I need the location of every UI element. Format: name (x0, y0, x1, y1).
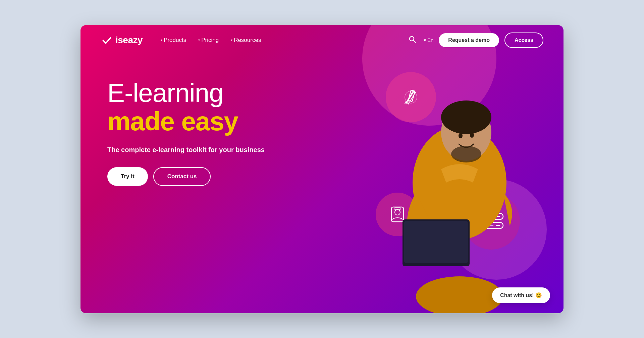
chat-bubble[interactable]: Chat with us! 😊 (492, 287, 550, 303)
svg-rect-21 (404, 221, 468, 263)
hero-buttons: Try it Contact us (107, 167, 265, 186)
logo-area[interactable]: iseazy (101, 34, 143, 46)
chevron-icon: ▾ (161, 38, 162, 42)
nav-right: ▾ En Request a demo Access (406, 32, 543, 48)
language-selector[interactable]: ▾ En (424, 37, 433, 43)
chevron-icon: ▾ (231, 38, 232, 42)
search-button[interactable] (406, 33, 418, 47)
svg-point-22 (416, 276, 503, 313)
access-button[interactable]: Access (504, 32, 543, 48)
hero-title-line2: made easy (107, 107, 265, 136)
hero-content: E-learning made easy The complete e-lear… (107, 79, 265, 186)
hero-subtitle: The complete e-learning toolkit for your… (107, 146, 265, 154)
logo-text: iseazy (115, 35, 143, 46)
nav-item-products[interactable]: ▾ Products (156, 34, 191, 46)
nav-links: ▾ Products ▾ Pricing ▾ Resources (156, 34, 406, 46)
svg-point-18 (470, 132, 474, 138)
svg-point-19 (451, 146, 481, 162)
navbar: iseazy ▾ Products ▾ Pricing ▾ Resources (80, 25, 564, 55)
logo-icon (101, 34, 113, 46)
person-figure (376, 65, 543, 313)
nav-item-pricing[interactable]: ▾ Pricing (194, 34, 223, 46)
hero-title-line1: E-learning (107, 78, 223, 108)
svg-point-17 (459, 133, 463, 138)
browser-window: iseazy ▾ Products ▾ Pricing ▾ Resources (80, 25, 564, 313)
chat-bubble-text: Chat with us! 😊 (500, 292, 542, 298)
hero-section: iseazy ▾ Products ▾ Pricing ▾ Resources (80, 25, 564, 313)
svg-line-1 (414, 40, 416, 43)
svg-point-16 (441, 100, 491, 134)
hero-title: E-learning made easy (107, 79, 265, 136)
person-svg (376, 65, 543, 313)
chevron-icon: ▾ (198, 38, 200, 42)
try-it-button[interactable]: Try it (107, 167, 148, 186)
request-demo-button[interactable]: Request a demo (439, 33, 499, 47)
nav-item-resources[interactable]: ▾ Resources (226, 34, 266, 46)
contact-us-button[interactable]: Contact us (153, 167, 211, 186)
